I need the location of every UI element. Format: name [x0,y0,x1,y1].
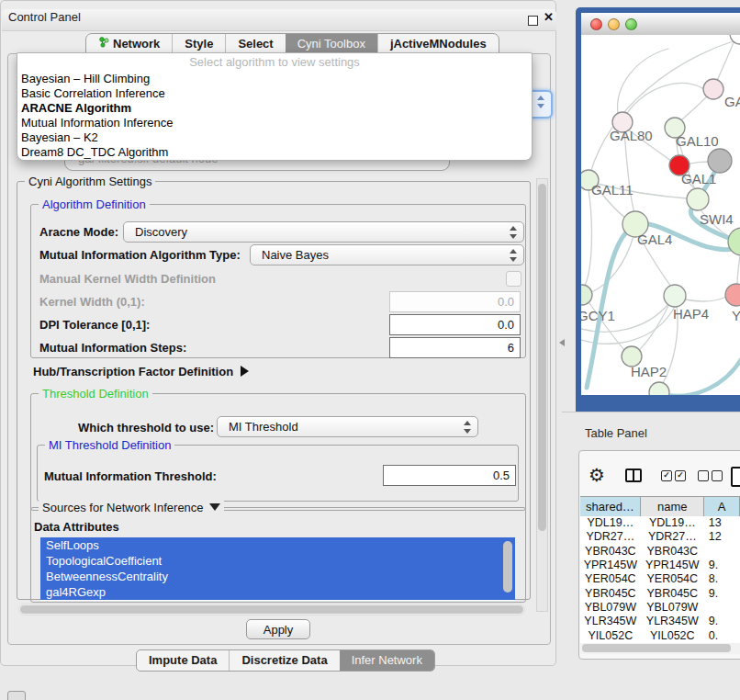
checked-checkbox-icon[interactable]: ✓ [661,470,672,481]
table-settings-gear-icon[interactable]: ⚙ [589,464,605,486]
mi-threshold-input[interactable] [383,465,516,486]
tab-jactivemnodules[interactable]: jActiveMNodules [377,34,499,54]
mi-steps-input[interactable] [389,337,521,358]
sources-group-toggle[interactable]: Sources for Network Inference [39,501,224,514]
network-edge[interactable] [679,96,708,122]
table-cell[interactable]: YIL052C [580,629,641,643]
node-hap4[interactable] [664,285,686,307]
table-cell[interactable]: YLR345W [580,615,641,628]
table-cell[interactable]: YBL079W [641,601,704,615]
table-cell[interactable]: YPR145W [580,559,641,572]
collapsed-panel-icon[interactable] [7,691,26,700]
table-cell[interactable] [704,601,740,615]
table-row[interactable]: YBR043CYBR043C [580,545,740,559]
table-cell[interactable]: 0. [704,629,740,643]
minimize-traffic-light-icon[interactable] [608,18,620,30]
column-header[interactable]: name [641,497,704,517]
unchecked-checkbox-icon[interactable] [698,470,709,481]
tab-style[interactable]: Style [172,34,225,54]
table-cell[interactable]: YPR145W [641,559,704,572]
unchecked-checkbox-icon[interactable] [712,470,723,481]
network-edge[interactable] [689,162,709,164]
network-edge[interactable] [685,297,726,301]
settings-hscrollbar-thumb[interactable] [20,605,523,614]
algorithm-item[interactable]: Basic Correlation Inference [17,86,532,101]
node-bottom[interactable] [649,382,669,395]
manual-kernel-width-checkbox[interactable] [506,271,521,287]
table-cell[interactable]: YDR27… [580,530,641,544]
table-cell[interactable]: YBR045C [641,587,704,601]
algorithm-item[interactable]: Mutual Information Inference [17,116,532,130]
table-row[interactable]: YDR27…YDR27…12 [580,530,740,544]
tab-discretize-data[interactable]: Discretize Data [229,650,339,671]
algorithm-item[interactable]: Dream8 DC_TDC Algorithm [17,145,532,160]
attributes-scrollbar-thumb[interactable] [503,541,512,593]
table-row[interactable]: YBL079WYBL079W [580,601,740,615]
column-header[interactable]: shared… [580,497,641,517]
table-cell[interactable]: 8. [704,572,740,586]
table-row[interactable]: YER054CYER054C8. [580,572,740,586]
table-cell[interactable]: YBR043C [580,545,641,559]
column-header[interactable]: A [704,497,740,517]
attribute-item[interactable]: TopologicalCoefficient [40,553,515,569]
attribute-item[interactable]: BetweennessCentrality [40,569,515,584]
table-cell[interactable]: YBR045C [580,587,641,601]
network-edge[interactable] [717,42,734,81]
tab-infer-network[interactable]: Infer Network [340,650,434,671]
kernel-width-input[interactable] [389,291,521,312]
table-cell[interactable]: YER054C [641,572,704,586]
attribute-item[interactable]: gal4RGexp [40,584,515,600]
dpi-tolerance-input[interactable] [389,314,521,335]
node-gal7[interactable] [703,79,723,99]
mi-algorithm-type-select[interactable]: Naive Bayes [250,244,524,265]
network-edge[interactable] [662,358,740,395]
table-cell[interactable]: YDL19… [580,516,641,530]
network-edge[interactable] [585,189,591,286]
close-traffic-light-icon[interactable] [590,18,602,30]
tab-select[interactable]: Select [225,34,285,54]
tab-cyni-toolbox[interactable]: Cyni Toolbox [286,34,377,54]
split-columns-icon[interactable] [625,469,642,482]
checked-checkbox-icon[interactable]: ✓ [675,470,686,481]
table-row[interactable]: YDL19…YDL19…13 [580,516,740,530]
table-cell[interactable]: YLR345W [641,615,704,628]
network-edge[interactable] [618,49,668,114]
aracne-mode-select[interactable]: Discovery [123,221,524,243]
splitter-handle[interactable] [559,339,565,346]
table-cell[interactable]: 9. [704,587,740,601]
network-edge[interactable] [624,131,634,213]
table-cell[interactable]: YDL19… [641,516,704,530]
table-cell[interactable]: 9. [704,559,740,572]
table-row[interactable]: YBR045CYBR045C9. [580,587,740,601]
table-cell[interactable]: 12 [704,530,740,544]
table-cell[interactable] [704,545,740,559]
table-cell[interactable]: YER054C [580,572,641,586]
node-salmon[interactable] [725,284,740,306]
network-window-titlebar[interactable] [581,13,740,36]
algorithm-item[interactable]: Bayesian – Hill Climbing [17,72,532,86]
table-cell[interactable]: YBR043C [641,545,704,559]
table-cell[interactable]: YBL079W [580,601,641,615]
float-window-icon[interactable] [528,16,538,26]
zoom-traffic-light-icon[interactable] [625,18,637,30]
table-function-icon[interactable] [731,467,740,487]
apply-button[interactable]: Apply [246,619,310,639]
tab-impute-data[interactable]: Impute Data [137,650,229,671]
hub-definition-toggle[interactable]: Hub/Transcription Factor Definition [33,365,249,378]
algorithm-item[interactable]: Bayesian – K2 [17,130,532,145]
which-threshold-select[interactable]: MI Threshold [217,416,478,437]
node-mid[interactable] [687,188,709,210]
network-edge[interactable] [638,304,669,351]
settings-scrollbar-thumb[interactable] [538,184,546,531]
node-gcy1[interactable] [581,285,592,305]
close-icon[interactable]: ✕ [544,10,554,24]
table-cell[interactable]: 13 [704,516,740,530]
table-row[interactable]: YPR145WYPR145W9. [580,559,740,572]
node-top-right[interactable] [730,35,740,44]
algorithm-item[interactable]: ARACNE Algorithm [17,101,532,116]
attribute-item[interactable]: SelfLoops [40,537,515,553]
table-cell[interactable]: 9. [704,615,740,628]
table-row[interactable]: YLR345WYLR345W9. [580,615,740,628]
table-hscrollbar-thumb[interactable] [582,644,731,652]
table-cell[interactable]: YDR27… [641,530,704,544]
